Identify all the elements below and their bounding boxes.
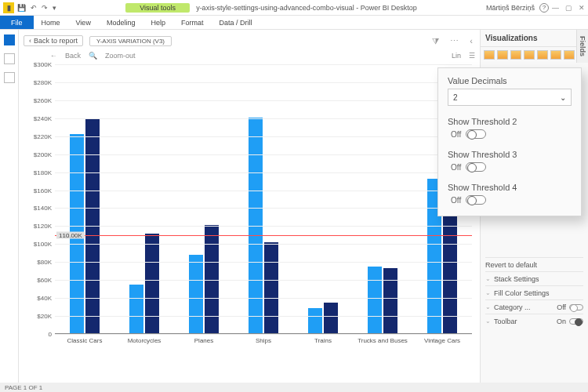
filter-icon[interactable]: ⧩	[430, 36, 441, 46]
bar[interactable]	[324, 303, 338, 334]
y-tick: $280K	[34, 78, 52, 85]
category-state-label: Off	[557, 303, 566, 311]
username[interactable]: Mārtiņš Bērziņš	[486, 4, 535, 12]
viz-type-icon[interactable]	[524, 50, 535, 60]
chevron-down-icon: ⌄	[485, 318, 491, 325]
variation-chip[interactable]: Y-AXIS VARIATION (V3)	[89, 36, 172, 46]
y-tick: $80K	[37, 259, 52, 266]
more-icon[interactable]: ⋯	[448, 36, 461, 46]
show-threshold-2-label: Show Threshold 2	[448, 117, 572, 126]
chart-area: $300K$280K$260K$240K$220K$200K$180K$160K…	[24, 64, 475, 354]
chevron-down-icon: ⌄	[560, 93, 566, 102]
y-tick: 0	[49, 331, 52, 338]
section-fill-color-settings[interactable]: ⌄ Fill Color Settings	[485, 285, 583, 299]
viz-type-icon[interactable]	[510, 50, 521, 60]
bar[interactable]	[129, 285, 143, 334]
fields-tab[interactable]: Fields	[576, 30, 588, 63]
minimize-icon[interactable]: —	[552, 4, 559, 12]
tab-view[interactable]: View	[68, 16, 99, 29]
chart-back-label[interactable]: Back	[65, 52, 81, 60]
ribbon-tabs: File Home View Modeling Help Format Data…	[0, 16, 588, 30]
chart-menu-icon[interactable]: ☰	[469, 52, 475, 60]
y-tick: $240K	[34, 114, 52, 122]
maximize-icon[interactable]: ▢	[565, 4, 572, 12]
chevron-down-icon: ⌄	[485, 275, 491, 282]
tab-datadrill[interactable]: Data / Drill	[211, 16, 260, 29]
threshold-3-toggle[interactable]	[466, 162, 486, 172]
viz-type-icon[interactable]	[497, 50, 508, 60]
titlebar: ▮ 💾 ↶ ↷ ▾ Visual tools y-axis-style-sett…	[0, 0, 588, 16]
help-icon[interactable]: ?	[539, 3, 549, 13]
section-category[interactable]: ⌄ Category ... Off	[485, 299, 583, 314]
save-icon[interactable]: 💾	[17, 4, 26, 12]
grid-line	[55, 280, 472, 281]
grid-line	[55, 298, 472, 299]
show-threshold-4-label: Show Threshold 4	[448, 183, 572, 192]
tab-modeling[interactable]: Modeling	[99, 16, 143, 29]
collapse-pane-icon[interactable]: ‹	[467, 36, 475, 45]
visualizations-header[interactable]: Visualizations ›	[481, 30, 588, 47]
redo-icon[interactable]: ↷	[42, 4, 48, 12]
close-icon[interactable]: ✕	[579, 4, 585, 12]
section-stack-settings[interactable]: ⌄ Stack Settings	[485, 271, 583, 285]
value-decimals-value: 2	[453, 93, 458, 102]
y-tick: $300K	[34, 61, 52, 68]
toolbar-toggle[interactable]	[569, 318, 583, 325]
back-to-report-button[interactable]: ‹ Back to report	[24, 35, 83, 46]
canvas: ‹ Back to report Y-AXIS VARIATION (V3) ⧩…	[19, 30, 480, 383]
grid-line	[55, 191, 472, 191]
threshold-2-toggle[interactable]	[466, 129, 486, 139]
y-tick: $220K	[34, 132, 52, 140]
y-tick: $260K	[34, 96, 52, 103]
tab-file[interactable]: File	[0, 16, 34, 29]
category-toggle[interactable]	[569, 304, 583, 310]
y-tick: $140K	[34, 205, 52, 212]
model-view-icon[interactable]	[4, 72, 15, 83]
undo-icon[interactable]: ↶	[31, 4, 37, 12]
format-popup: Value Decimals 2 ⌄ Show Threshold 2 Off …	[437, 67, 582, 216]
bars-container	[55, 64, 472, 334]
zoom-out-label[interactable]: Zoom-out	[105, 52, 136, 60]
viz-type-icon[interactable]	[537, 50, 548, 60]
y-tick: $60K	[37, 277, 52, 284]
bar-group	[174, 64, 234, 334]
y-tick: $100K	[34, 241, 52, 248]
chevron-left-icon: ‹	[29, 37, 31, 45]
bar-group	[353, 64, 412, 334]
chevron-down-icon: ⌄	[485, 289, 491, 296]
viz-type-icon[interactable]	[550, 50, 561, 60]
bar[interactable]	[145, 234, 159, 334]
grid-line	[55, 226, 472, 227]
threshold-4-state: Off	[451, 196, 461, 205]
value-decimals-select[interactable]: 2 ⌄	[448, 89, 572, 106]
zoom-out-icon[interactable]: 🔍	[89, 52, 97, 60]
left-rail	[0, 30, 19, 383]
viz-type-icon[interactable]	[484, 50, 495, 60]
tab-home[interactable]: Home	[34, 16, 68, 29]
bar[interactable]	[383, 268, 397, 334]
data-view-icon[interactable]	[4, 53, 15, 64]
threshold-4-toggle[interactable]	[466, 195, 486, 205]
y-tick: $40K	[37, 295, 52, 302]
lin-toggle[interactable]: Lin	[452, 52, 461, 60]
report-view-icon[interactable]	[4, 34, 15, 45]
status-bar: PAGE 1 OF 1	[0, 383, 588, 392]
bar[interactable]	[189, 255, 203, 334]
bar[interactable]	[308, 308, 322, 334]
bar[interactable]	[368, 267, 382, 334]
tab-format[interactable]: Format	[173, 16, 212, 29]
visual-tools-chip[interactable]: Visual tools	[125, 3, 190, 13]
y-tick: $120K	[34, 223, 52, 230]
revert-default[interactable]: Revert to default	[485, 257, 583, 271]
fill-label: Fill Color Settings	[494, 289, 583, 297]
chart-back-icon[interactable]: ←	[50, 52, 57, 60]
x-label: Classic Cars	[55, 334, 114, 354]
grid-line	[55, 154, 472, 155]
section-toolbar[interactable]: ⌄ Toolbar On	[485, 314, 583, 328]
viz-type-icon[interactable]	[564, 50, 575, 60]
bar[interactable]	[264, 242, 278, 334]
toolbar-state-label: On	[557, 318, 566, 325]
threshold-2-state: Off	[451, 130, 461, 139]
tab-help[interactable]: Help	[143, 16, 173, 29]
x-label: Planes	[174, 334, 234, 354]
